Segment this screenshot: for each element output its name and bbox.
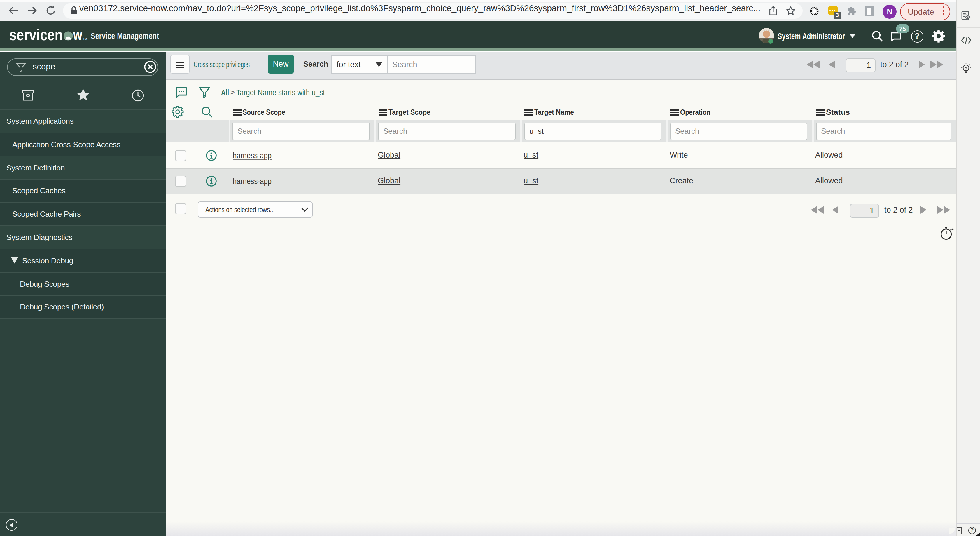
svg-text:Actions on selected rows...: Actions on selected rows... — [205, 205, 275, 214]
svg-text:harness-app: harness-app — [232, 177, 271, 186]
svg-text:Source Scope: Source Scope — [243, 108, 285, 116]
svg-text:Operation: Operation — [680, 108, 711, 116]
svg-text:servicen: servicen — [9, 26, 62, 44]
svg-text:>: > — [231, 88, 235, 96]
svg-text:Target Name starts with u_st: Target Name starts with u_st — [236, 88, 325, 97]
svg-text:Target Name: Target Name — [535, 108, 574, 116]
svg-text:Service Management: Service Management — [91, 31, 159, 41]
svg-text:System Administrator: System Administrator — [778, 32, 845, 41]
svg-text:w: w — [73, 26, 82, 44]
svg-text:TM: TM — [83, 37, 87, 41]
svg-text:Target Scope: Target Scope — [388, 108, 431, 116]
svg-text:harness-app: harness-app — [232, 151, 271, 160]
svg-text:Cross scope privileges: Cross scope privileges — [193, 60, 250, 69]
svg-text:All: All — [221, 88, 229, 97]
svg-text:Status: Status — [826, 108, 850, 116]
